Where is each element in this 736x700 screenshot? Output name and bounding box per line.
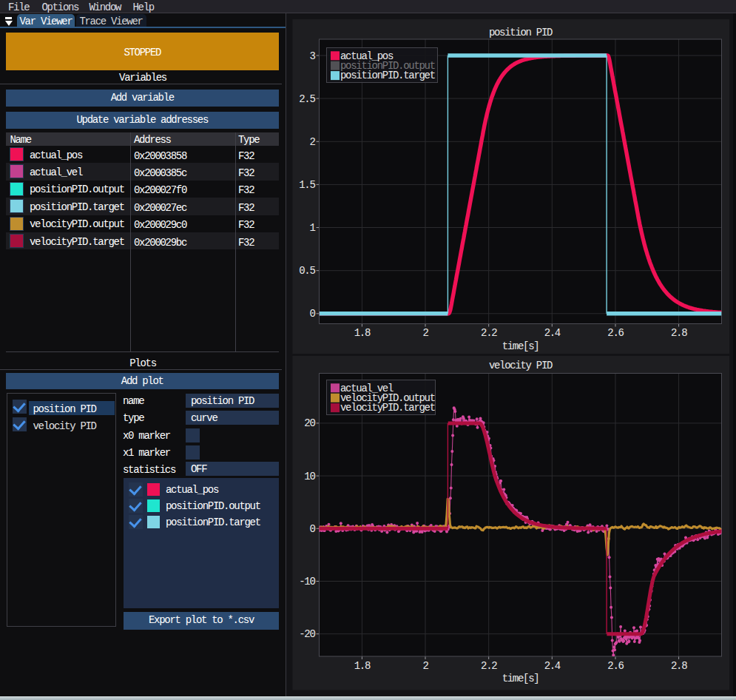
svg-text:2.4: 2.4 bbox=[544, 660, 561, 672]
svg-text:2.2: 2.2 bbox=[481, 660, 497, 672]
svg-text:position PID: position PID bbox=[489, 27, 553, 38]
svg-text:0: 0 bbox=[309, 308, 315, 320]
svg-text:velocity PID: velocity PID bbox=[489, 360, 553, 371]
svg-text:positionPID.target: positionPID.target bbox=[340, 70, 435, 81]
svg-text:1.8: 1.8 bbox=[354, 327, 371, 339]
svg-text:1.5: 1.5 bbox=[299, 179, 315, 191]
svg-text:1: 1 bbox=[309, 222, 315, 234]
svg-text:2: 2 bbox=[309, 136, 315, 148]
svg-text:2: 2 bbox=[422, 660, 428, 672]
svg-text:2.8: 2.8 bbox=[671, 327, 687, 339]
svg-text:2.2: 2.2 bbox=[481, 327, 497, 339]
svg-text:2.6: 2.6 bbox=[607, 660, 624, 672]
svg-text:velocityPID.target: velocityPID.target bbox=[340, 402, 435, 414]
svg-text:2.8: 2.8 bbox=[671, 660, 687, 672]
svg-text:10: 10 bbox=[304, 471, 315, 482]
svg-text:0.5: 0.5 bbox=[299, 265, 315, 277]
svg-text:-20: -20 bbox=[299, 628, 315, 640]
svg-text:1.8: 1.8 bbox=[354, 660, 371, 672]
svg-text:-10: -10 bbox=[299, 576, 315, 588]
svg-text:2: 2 bbox=[422, 327, 428, 339]
svg-text:time[s]: time[s] bbox=[502, 673, 539, 684]
svg-text:2.6: 2.6 bbox=[607, 327, 624, 339]
svg-text:time[s]: time[s] bbox=[502, 340, 539, 352]
svg-text:2.5: 2.5 bbox=[299, 93, 315, 105]
svg-text:0: 0 bbox=[309, 523, 315, 535]
svg-text:2.4: 2.4 bbox=[544, 327, 561, 339]
svg-text:3: 3 bbox=[309, 50, 315, 62]
svg-text:20: 20 bbox=[304, 417, 315, 429]
